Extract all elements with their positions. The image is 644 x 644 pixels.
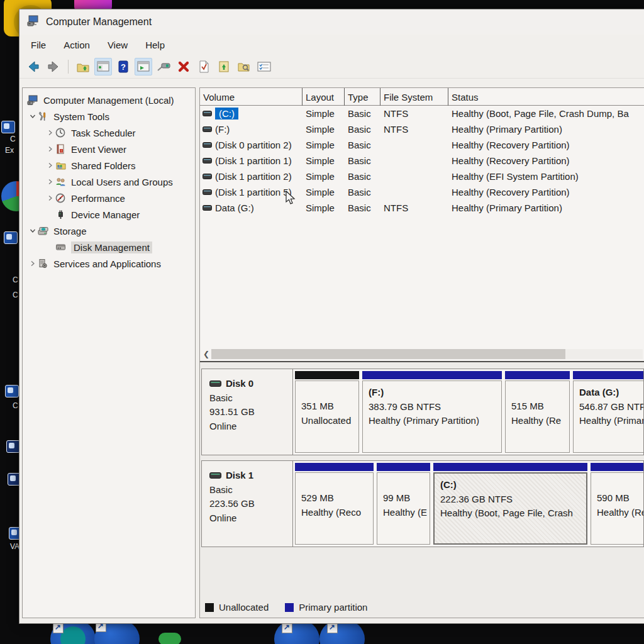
desktop-icon-label: C xyxy=(13,291,18,299)
chevron-right-icon[interactable] xyxy=(47,130,54,136)
primary-partition-swatch xyxy=(285,603,294,612)
disk-0-label[interactable]: Disk 0 Basic 931.51 GB Online xyxy=(202,369,293,455)
partition-status: Healthy (Primary Partition) xyxy=(369,414,501,428)
cell-status: Healthy (EFI System Partition) xyxy=(448,171,644,182)
forward-icon[interactable] xyxy=(45,58,62,75)
partition-unallocated[interactable]: 351 MB Unallocated xyxy=(294,370,360,453)
tree-item-local-users-and-groups[interactable]: Local Users and Groups xyxy=(23,174,195,190)
volume-row-c[interactable]: (C:) Simple Basic NTFS Healthy (Boot, Pa… xyxy=(200,106,644,121)
partition-c-selected[interactable]: (C:) 222.36 GB NTFS Healthy (Boot, Page … xyxy=(433,462,588,545)
properties-check-icon[interactable] xyxy=(195,58,213,75)
tree-item-event-viewer[interactable]: ! Event Viewer xyxy=(23,141,195,157)
desktop-icon[interactable] xyxy=(6,440,20,453)
scroll-left-icon[interactable]: ❮ xyxy=(201,350,211,358)
remote-computer-icon[interactable] xyxy=(155,58,172,75)
volume-name: (Disk 1 partition 1) xyxy=(215,155,292,166)
tree-item-computer-management[interactable]: Computer Management (Local) xyxy=(23,92,195,108)
volume-name: (Disk 0 partition 2) xyxy=(215,140,292,150)
chevron-right-icon[interactable] xyxy=(47,162,54,169)
volume-icon xyxy=(203,205,212,211)
column-header-type[interactable]: Type xyxy=(345,88,380,106)
horizontal-scrollbar[interactable]: ❮ xyxy=(200,347,644,361)
back-icon[interactable] xyxy=(25,58,42,75)
desktop-icon-label: Ex xyxy=(5,146,14,155)
column-header-layout[interactable]: Layout xyxy=(303,88,345,106)
tree-item-disk-management[interactable]: Disk Management xyxy=(23,239,195,255)
volume-row-disk1-part5[interactable]: (Disk 1 partition 5) Simple Basic Health… xyxy=(200,184,644,200)
export-list-icon[interactable] xyxy=(215,58,233,75)
partition-title: (F:) xyxy=(369,386,501,400)
column-header-status[interactable]: Status xyxy=(448,88,644,106)
tree-item-shared-folders[interactable]: Shared Folders xyxy=(23,157,195,174)
views-icon[interactable] xyxy=(255,58,273,75)
cell-status: Healthy (Primary Partition) xyxy=(448,124,644,135)
volume-row-data-g[interactable]: Data (G:) Simple Basic NTFS Healthy (Pri… xyxy=(200,200,644,216)
show-action-pane-icon[interactable] xyxy=(135,58,152,75)
disk-1-label[interactable]: Disk 1 Basic 223.56 GB Online xyxy=(202,461,293,547)
find-icon[interactable] xyxy=(235,58,253,75)
cell-fs: NTFS xyxy=(380,108,448,119)
toolbar: ? xyxy=(19,55,644,79)
event-log-icon: ! xyxy=(54,144,67,154)
disk-1-row: Disk 1 Basic 223.56 GB Online 529 MB xyxy=(201,460,644,547)
chevron-right-icon[interactable] xyxy=(47,195,54,201)
partition-529mb[interactable]: 529 MB Healthy (Reco xyxy=(294,462,374,545)
volume-row-disk1-part1[interactable]: (Disk 1 partition 1) Simple Basic Health… xyxy=(200,153,644,169)
desktop-icon[interactable] xyxy=(5,385,19,397)
menu-action[interactable]: Action xyxy=(56,37,97,53)
volume-row-disk1-part2[interactable]: (Disk 1 partition 2) Simple Basic Health… xyxy=(200,169,644,184)
cell-layout: Simple xyxy=(303,171,345,182)
volume-row-disk0-part2[interactable]: (Disk 0 partition 2) Simple Basic Health… xyxy=(200,137,644,153)
partition-color-bar xyxy=(433,463,587,471)
tree-item-device-manager[interactable]: Device Manager xyxy=(23,206,195,223)
title-bar[interactable]: Computer Management xyxy=(19,9,644,35)
cell-layout: Simple xyxy=(303,187,345,197)
delete-icon[interactable] xyxy=(175,58,192,75)
volume-name: (Disk 1 partition 5) xyxy=(215,187,292,197)
cell-fs: NTFS xyxy=(380,203,448,213)
tree-item-performance[interactable]: Performance xyxy=(23,190,195,206)
scrollbar-thumb[interactable] xyxy=(211,349,565,359)
volume-icon xyxy=(203,158,212,164)
partition-f[interactable]: (F:) 383.79 GB NTFS Healthy (Primary Par… xyxy=(362,370,502,453)
tree-item-task-scheduler[interactable]: Task Scheduler xyxy=(23,125,195,141)
desktop-icon-label: C xyxy=(10,135,16,143)
show-console-tree-icon[interactable] xyxy=(94,58,112,75)
tree-item-label: Shared Folders xyxy=(71,160,136,171)
desktop-icon-green[interactable] xyxy=(158,633,181,644)
chevron-right-icon[interactable] xyxy=(47,179,54,185)
shortcut-arrow-icon xyxy=(53,623,64,633)
menu-view[interactable]: View xyxy=(100,37,135,53)
svg-text:?: ? xyxy=(121,62,126,72)
disk-0-partitions: 351 MB Unallocated (F:) 383.79 GB NTFS H… xyxy=(293,369,643,455)
partition-data-g[interactable]: Data (G:) 546.87 GB NTFS Healthy (Primar xyxy=(572,370,644,453)
menu-file[interactable]: File xyxy=(23,37,53,53)
shortcut-arrow-icon xyxy=(327,623,338,633)
desktop-icon[interactable] xyxy=(4,231,18,244)
help-icon[interactable]: ? xyxy=(114,58,132,75)
menu-help[interactable]: Help xyxy=(138,37,172,53)
partition-color-bar xyxy=(362,371,502,379)
tree-item-storage[interactable]: Storage xyxy=(23,223,195,239)
partition-515mb[interactable]: 515 MB Healthy (Re xyxy=(504,370,570,453)
partition-status: Unallocated xyxy=(301,414,358,428)
scrollbar-track[interactable] xyxy=(211,349,643,359)
disk-management-pane: Volume Layout Type File System Status (C… xyxy=(199,87,644,618)
partition-590mb[interactable]: 590 MB Healthy (Re xyxy=(590,462,644,545)
tree-item-system-tools[interactable]: System Tools xyxy=(23,108,195,125)
chevron-down-icon[interactable] xyxy=(29,228,36,234)
users-icon xyxy=(54,177,67,187)
partition-99mb[interactable]: 99 MB Healthy (E xyxy=(376,462,431,545)
tree-item-label: Performance xyxy=(71,193,125,204)
up-level-folder-icon[interactable] xyxy=(74,58,92,75)
column-header-file-system[interactable]: File System xyxy=(380,88,448,106)
legend-primary-partition: Primary partition xyxy=(285,602,367,613)
tree-item-services-and-applications[interactable]: Services and Applications xyxy=(23,255,195,272)
desktop-icon[interactable] xyxy=(1,121,15,133)
chevron-down-icon[interactable] xyxy=(29,113,36,119)
column-header-volume[interactable]: Volume xyxy=(200,88,303,106)
volume-row-f[interactable]: (F:) Simple Basic NTFS Healthy (Primary … xyxy=(200,121,644,137)
chevron-right-icon[interactable] xyxy=(29,260,36,267)
cell-type: Basic xyxy=(345,171,380,182)
chevron-right-icon[interactable] xyxy=(47,146,54,152)
